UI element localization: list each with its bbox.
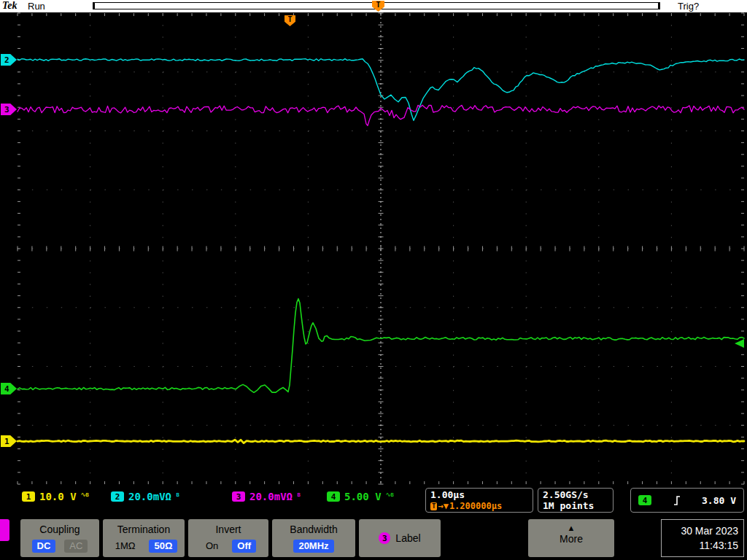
- ch3-badge: 3: [232, 491, 245, 502]
- trigger-status: Trig?: [678, 1, 699, 12]
- horizontal-readout: 1.00µs T→▼1.200000µs: [425, 488, 533, 513]
- delay-arrows-icon: →▼: [438, 501, 448, 511]
- record-view-bracket: [93, 3, 95, 9]
- trigger-delay-readout: T→▼1.200000µs: [430, 501, 528, 511]
- timebase-scale: 1.00µs: [430, 489, 528, 500]
- invert-on-option[interactable]: On: [201, 540, 223, 553]
- bandwidth-20mhz-option[interactable]: 20MHz: [293, 540, 333, 553]
- date-text: 30 Mar 2023: [662, 524, 738, 538]
- termination-button[interactable]: Termination 1MΩ 50Ω: [103, 519, 185, 557]
- ch1-scale: 10.0 V: [39, 491, 77, 502]
- label-channel-badge: 3: [379, 532, 390, 544]
- coupling-title: Coupling: [20, 524, 99, 535]
- rising-edge-icon: [673, 494, 681, 506]
- ch3-readout: 3 20.0mVΩ ʙ: [232, 490, 300, 503]
- chevron-up-icon: ▲: [528, 524, 614, 532]
- trigger-source-badge: 4: [638, 495, 651, 505]
- ch4-readout: 4 5.00 V ∿ʙ: [327, 490, 394, 503]
- coupling-ac-option[interactable]: AC: [64, 540, 88, 553]
- termination-title: Termination: [103, 524, 185, 535]
- record-view-bracket: [658, 3, 659, 9]
- coupling-dc-option[interactable]: DC: [32, 540, 56, 553]
- termination-1m-option[interactable]: 1MΩ: [110, 540, 141, 553]
- datetime-display: 30 Mar 2023 11:43:15: [661, 519, 744, 557]
- bandwidth-button[interactable]: Bandwidth 20MHz: [272, 519, 355, 557]
- ch1-bandwidth-limit-icon: ∿ʙ: [81, 491, 89, 498]
- more-title: More: [528, 533, 614, 545]
- delay-value: 1.200000µs: [449, 501, 502, 511]
- invert-title: Invert: [188, 524, 268, 535]
- more-button[interactable]: ▲ More: [528, 519, 614, 557]
- ch2-badge: 2: [111, 491, 124, 502]
- coupling-button[interactable]: Coupling DC AC: [20, 519, 99, 557]
- label-button[interactable]: 3 Label: [359, 519, 441, 557]
- termination-50ohm-option[interactable]: 50Ω: [149, 540, 177, 553]
- status-bar: Tek Run T Trig?: [0, 0, 747, 12]
- ch4-bandwidth-limit-icon: ∿ʙ: [386, 491, 394, 498]
- ch2-scale: 20.0mVΩ: [128, 491, 171, 502]
- trigger-readout: 4 3.80 V: [630, 488, 744, 513]
- ch2-bandwidth-limit-icon: ʙ: [176, 491, 179, 498]
- label-title: Label: [395, 532, 420, 544]
- waveform-display: [0, 0, 747, 560]
- record-length: 1M points: [543, 500, 608, 511]
- tek-logo: Tek: [2, 0, 17, 12]
- active-channel-tab: [0, 519, 9, 541]
- time-text: 11:43:15: [662, 538, 738, 553]
- acquisition-status: Run: [28, 1, 45, 12]
- ch1-readout: 1 10.0 V ∿ʙ: [22, 490, 89, 503]
- invert-button[interactable]: Invert On Off: [188, 519, 268, 557]
- oscilloscope-screen: Tek Run T Trig? T 2 3 4 1 1 10.0 V ∿ʙ 2 …: [0, 0, 747, 560]
- ch2-readout: 2 20.0mVΩ ʙ: [111, 490, 179, 503]
- ch4-badge: 4: [327, 491, 340, 502]
- trigger-position-flag-icon: T: [372, 1, 384, 12]
- sample-rate: 2.50GS/s: [543, 489, 608, 500]
- ch3-bandwidth-limit-icon: ʙ: [297, 491, 300, 498]
- bandwidth-title: Bandwidth: [272, 524, 355, 535]
- ch3-scale: 20.0mVΩ: [249, 491, 293, 502]
- invert-off-option[interactable]: Off: [232, 540, 256, 553]
- ch4-scale: 5.00 V: [344, 491, 382, 502]
- ch1-badge: 1: [22, 491, 35, 502]
- acquisition-readout: 2.50GS/s 1M points: [538, 488, 614, 513]
- trigger-t-icon: T: [430, 502, 437, 510]
- trigger-level: 3.80 V: [702, 495, 736, 506]
